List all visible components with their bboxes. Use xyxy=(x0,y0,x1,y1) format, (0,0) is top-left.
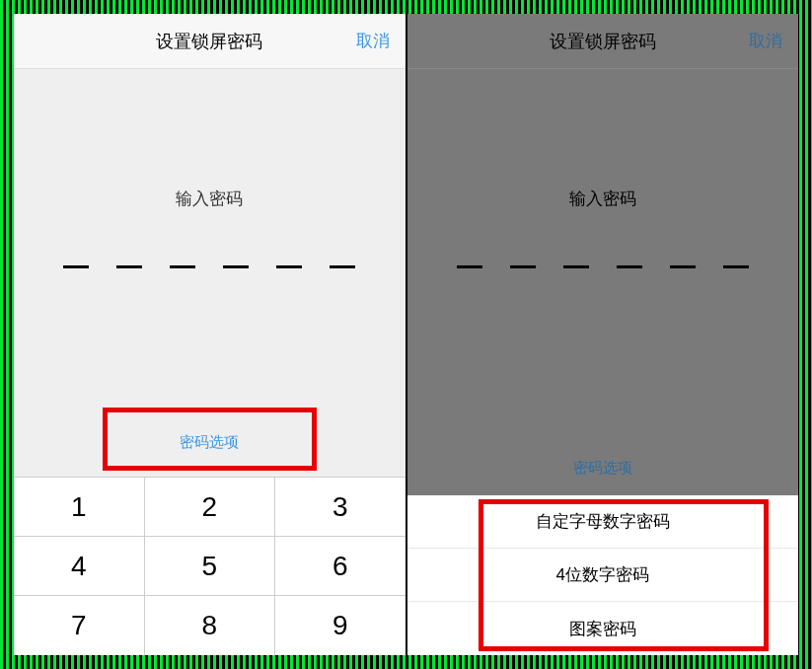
password-dash xyxy=(170,265,195,268)
password-options-area: 密码选项 xyxy=(407,436,799,495)
cancel-button[interactable]: 取消 xyxy=(356,30,390,52)
keypad-key-8[interactable]: 8 xyxy=(145,596,276,655)
password-dash xyxy=(116,265,142,268)
keypad-key-1[interactable]: 1 xyxy=(14,478,145,537)
popup-option-custom-alphanumeric[interactable]: 自定字母数字密码 xyxy=(407,495,799,549)
cancel-button[interactable]: 取消 xyxy=(749,30,782,52)
popup-option-4-digit[interactable]: 4位数字密码 xyxy=(407,549,799,602)
password-dash xyxy=(723,265,749,268)
header: 设置锁屏密码 取消 xyxy=(14,14,406,69)
popup-option-pattern[interactable]: 图案密码 xyxy=(407,602,799,655)
keypad-key-5[interactable]: 5 xyxy=(145,537,276,596)
password-dashes xyxy=(457,265,749,268)
password-dash xyxy=(223,265,249,268)
password-dash xyxy=(563,265,589,268)
phone-left: 设置锁屏密码 取消 输入密码 密码选项 1 2 3 xyxy=(14,14,406,655)
numeric-keypad: 1 2 3 4 5 6 7 8 9 xyxy=(14,477,406,655)
password-prompt: 输入密码 xyxy=(176,187,243,210)
password-dash xyxy=(510,265,536,268)
keypad-row: 4 5 6 xyxy=(14,537,406,596)
content-area-dimmed: 输入密码 密码选项 xyxy=(407,69,799,495)
password-prompt: 输入密码 xyxy=(569,187,636,210)
password-options-link[interactable]: 密码选项 xyxy=(573,459,632,478)
content-area: 输入密码 xyxy=(14,69,406,402)
dual-screenshot-container: 设置锁屏密码 取消 输入密码 密码选项 1 2 3 xyxy=(0,0,812,669)
keypad-key-7[interactable]: 7 xyxy=(14,596,145,655)
keypad-row: 7 8 9 xyxy=(14,596,406,655)
keypad-key-6[interactable]: 6 xyxy=(275,537,406,596)
password-dash xyxy=(276,265,302,268)
password-dash xyxy=(670,265,696,268)
password-dash xyxy=(617,265,642,268)
keypad-key-3[interactable]: 3 xyxy=(275,478,406,537)
password-dash xyxy=(330,265,355,268)
password-options-popup: 自定字母数字密码 4位数字密码 图案密码 xyxy=(407,495,799,655)
keypad-key-2[interactable]: 2 xyxy=(145,478,276,537)
password-options-link[interactable]: 密码选项 xyxy=(180,433,239,452)
password-options-area: 密码选项 xyxy=(14,402,406,477)
keypad-key-4[interactable]: 4 xyxy=(14,537,145,596)
password-dashes xyxy=(63,265,355,268)
keypad-row: 1 2 3 xyxy=(14,478,406,537)
keypad-key-9[interactable]: 9 xyxy=(275,596,406,655)
page-title: 设置锁屏密码 xyxy=(550,30,656,53)
password-dash xyxy=(63,265,89,268)
page-title: 设置锁屏密码 xyxy=(156,30,262,53)
password-dash xyxy=(457,265,482,268)
header: 设置锁屏密码 取消 xyxy=(407,14,799,69)
phone-right: 设置锁屏密码 取消 输入密码 密码选项 自定字母数字密码 4位数字密码 图案密码 xyxy=(407,14,799,655)
